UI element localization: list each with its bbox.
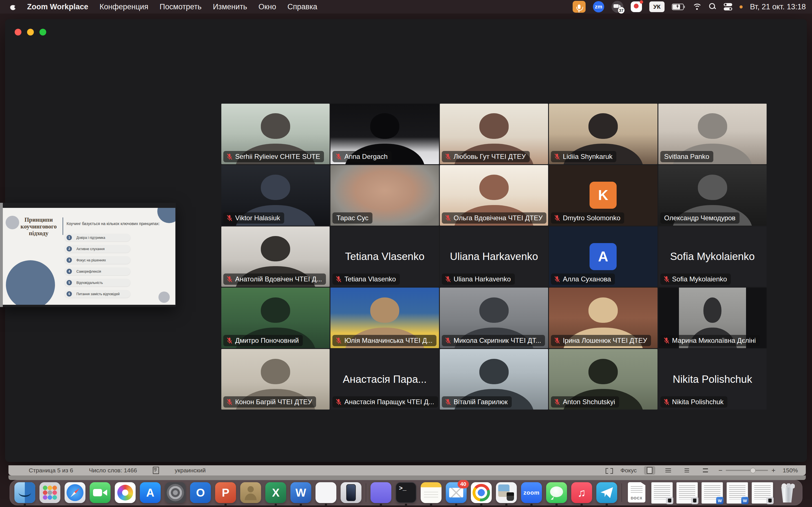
participant-name: Anton Shchutskyi bbox=[563, 398, 615, 406]
apple-icon[interactable] bbox=[10, 4, 16, 10]
word-document-window[interactable]: Принципи коучингового підходу Коучинг ба… bbox=[0, 203, 176, 307]
battery-indicator[interactable] bbox=[672, 4, 685, 10]
participant-tile[interactable]: Svitlana Panko bbox=[658, 104, 767, 164]
participant-tile[interactable]: Anton Shchutskyi bbox=[549, 349, 657, 409]
participant-tile[interactable]: Lidiia Shynkaruk bbox=[549, 104, 657, 164]
zoom-out-icon[interactable]: − bbox=[718, 467, 722, 474]
dock-item-telegram[interactable] bbox=[596, 482, 617, 503]
dock-item-viber[interactable] bbox=[370, 482, 391, 503]
participant-tile[interactable]: Viktor Halasiuk bbox=[221, 165, 329, 226]
app-menu-title[interactable]: Zoom Workplace bbox=[27, 3, 88, 11]
zoom-slider[interactable]: − + bbox=[718, 467, 775, 474]
menu-item-1[interactable]: Конференция bbox=[100, 3, 148, 11]
dock-item-chrome[interactable] bbox=[471, 482, 492, 503]
participant-tile[interactable]: Юлія Маначинська ЧТЕІ Д... bbox=[331, 288, 439, 348]
dock-item-minimized-doc-4[interactable]: W bbox=[726, 482, 748, 503]
dock-item-terminal[interactable]: >_ bbox=[396, 482, 416, 503]
participant-tile[interactable]: Anna Dergach bbox=[331, 104, 439, 164]
participant-tile[interactable]: Олександр Чемодуров bbox=[658, 165, 767, 226]
dock-item-minimized-doc-5[interactable] bbox=[752, 482, 772, 503]
dock-item-contacts[interactable] bbox=[240, 482, 261, 503]
participant-tile[interactable]: Конон Багрій ЧТЕІ ДТЕУ bbox=[221, 349, 329, 409]
dock-item-mail[interactable]: 40 bbox=[446, 482, 467, 503]
participant-tile[interactable]: Nikita PolishchukNikita Polishchuk bbox=[658, 349, 767, 409]
dock-item-powerpoint[interactable]: P bbox=[215, 482, 236, 503]
dock-item-excel[interactable]: X bbox=[265, 482, 286, 503]
dock-item-photo-inkwell-app[interactable] bbox=[496, 482, 517, 503]
dock-item-minimized-doc-2[interactable] bbox=[676, 482, 697, 503]
participant-tile[interactable]: Віталій Гаврилюк bbox=[440, 349, 548, 409]
camera-count-icon[interactable]: 37 bbox=[612, 1, 623, 13]
participant-tile[interactable]: Ірина Лошенюк ЧТЕІ ДТЕУ bbox=[549, 288, 657, 348]
dock-item-notes[interactable] bbox=[421, 482, 442, 503]
dock-item-finder[interactable] bbox=[14, 482, 35, 503]
dock-item-system-settings[interactable] bbox=[165, 482, 186, 503]
participant-tile[interactable]: Марина Миколаївна Дєліні bbox=[658, 288, 767, 348]
toggle-pill bbox=[724, 3, 732, 6]
dock-item-safari[interactable] bbox=[64, 482, 86, 503]
zoom-slider-track[interactable] bbox=[726, 470, 768, 471]
dock-item-trash[interactable] bbox=[777, 482, 798, 503]
dock-item-docx-file[interactable]: DOCX bbox=[626, 482, 647, 503]
participant-tile[interactable]: Анатолій Вдовічен ЧТЕІ Д... bbox=[221, 226, 329, 287]
wifi-icon[interactable] bbox=[692, 3, 702, 10]
muted-mic-icon bbox=[663, 337, 670, 344]
dock-item-app-store[interactable]: A bbox=[140, 482, 161, 503]
participant-tile[interactable]: Дмитро Поночовний bbox=[221, 288, 329, 348]
focus-icon[interactable] bbox=[606, 468, 613, 473]
dock-item-freeform[interactable] bbox=[315, 482, 336, 503]
participant-tile[interactable]: AАлла Суханова bbox=[549, 226, 657, 287]
dock-item-word[interactable]: W bbox=[290, 482, 311, 503]
dock-item-outlook[interactable]: O bbox=[190, 482, 211, 503]
zoom-level[interactable]: 150% bbox=[783, 467, 798, 474]
viber-status-icon[interactable] bbox=[631, 1, 642, 12]
menu-item-3[interactable]: Изменить bbox=[213, 3, 247, 11]
draft-view-button[interactable] bbox=[700, 466, 711, 474]
dock-item-music[interactable]: ♫ bbox=[571, 482, 592, 503]
participant-tile[interactable]: Любовь Гут ЧТЕІ ДТЕУ bbox=[440, 104, 548, 164]
close-button[interactable] bbox=[15, 29, 21, 36]
print-layout-view-button[interactable] bbox=[644, 466, 655, 474]
participant-tile[interactable]: Ольга Вдовічена ЧТЕІ ДТЕУ bbox=[440, 165, 548, 226]
dock-item-facetime[interactable] bbox=[90, 482, 110, 503]
web-layout-view-button[interactable] bbox=[663, 466, 674, 474]
minimize-button[interactable] bbox=[27, 29, 34, 36]
dock-item-minimized-doc-1[interactable] bbox=[651, 482, 672, 503]
dock-item-zoom[interactable]: zoom bbox=[521, 482, 542, 503]
zm-menu-icon[interactable]: zm bbox=[593, 1, 604, 12]
participant-tile[interactable]: Uliana HarkavenkoUliana Harkavenko bbox=[440, 226, 548, 287]
participant-tile[interactable]: Анастасія Пара...Анастасія Паращук ЧТЕІ … bbox=[331, 349, 439, 409]
focus-label[interactable]: Фокус bbox=[620, 467, 637, 474]
participant-tile[interactable]: Tetiana VlasenkoTetiana Vlasenko bbox=[331, 226, 439, 287]
microphone-status-button[interactable] bbox=[573, 1, 586, 13]
outline-view-button[interactable] bbox=[681, 466, 693, 474]
dock-item-photos[interactable] bbox=[115, 482, 136, 503]
dock-item-minimized-doc-3[interactable]: W bbox=[702, 482, 722, 503]
participant-tile[interactable]: Микола Скрипник ЧТЕІ ДТ... bbox=[440, 288, 548, 348]
running-indicator bbox=[580, 504, 583, 506]
menu-clock[interactable]: Вт, 21 окт. 13:18 bbox=[750, 3, 806, 11]
zoom-in-icon[interactable]: + bbox=[771, 467, 775, 474]
menu-item-5[interactable]: Справка bbox=[287, 3, 317, 11]
muted-mic-icon bbox=[335, 276, 342, 283]
language-indicator[interactable]: украинский bbox=[175, 467, 206, 474]
dock-item-messages[interactable] bbox=[546, 482, 567, 503]
dock-item-launchpad[interactable] bbox=[40, 482, 60, 503]
participant-tile[interactable]: Serhii Rylieiev CHITE SUTE bbox=[221, 104, 329, 164]
page-indicator[interactable]: Страница 5 из 6 bbox=[29, 467, 73, 474]
control-center-icon[interactable] bbox=[724, 3, 732, 10]
zoom-slider-knob[interactable] bbox=[750, 468, 756, 473]
search-icon[interactable] bbox=[709, 3, 716, 10]
dock-item-iphone-mirroring[interactable] bbox=[341, 482, 361, 503]
word-count[interactable]: Число слов: 1466 bbox=[89, 467, 137, 474]
menu-item-2[interactable]: Посмотреть bbox=[160, 3, 202, 11]
participant-name: Sofia Mykolaienko bbox=[672, 275, 727, 283]
participant-tile[interactable]: Тарас Сус bbox=[331, 165, 439, 226]
fullscreen-button[interactable] bbox=[40, 29, 46, 36]
menu-item-4[interactable]: Окно bbox=[259, 3, 276, 11]
participant-tile[interactable]: Sofia MykolaienkoSofia Mykolaienko bbox=[658, 226, 767, 287]
participant-tile[interactable]: KDmytro Solomonko bbox=[549, 165, 657, 226]
participant-name: Ольга Вдовічена ЧТЕІ ДТЕУ bbox=[454, 214, 543, 222]
keyboard-layout-badge[interactable]: УК bbox=[649, 1, 665, 12]
proofing-icon[interactable] bbox=[153, 467, 159, 474]
